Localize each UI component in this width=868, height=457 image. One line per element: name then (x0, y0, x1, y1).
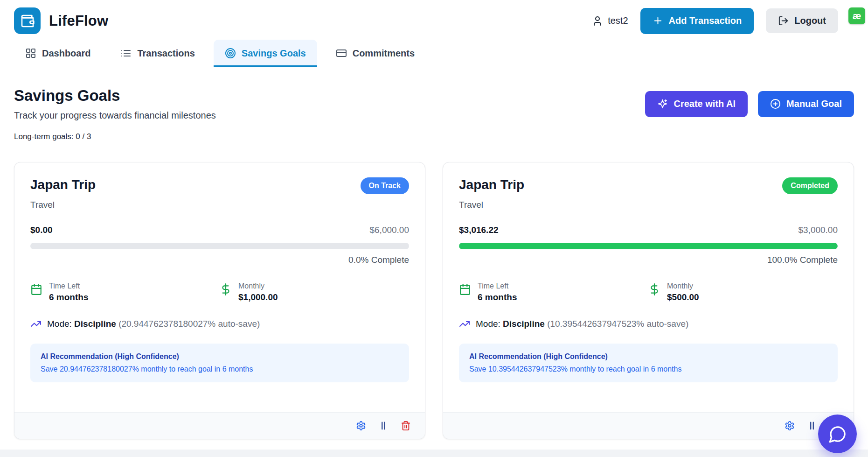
monthly-stat: Monthly $500.00 (648, 282, 838, 302)
log-out-icon (778, 15, 789, 26)
app-title: LifeFlow (49, 13, 108, 29)
app-header: LifeFlow test2 Add Transaction Logout (0, 0, 868, 40)
page-actions: Create with AI Manual Goal (645, 91, 854, 117)
mode-row: Mode: Discipline (20.944762378180027% au… (30, 318, 409, 330)
add-transaction-label: Add Transaction (669, 15, 742, 26)
calendar-icon (30, 283, 42, 295)
monthly-label: Monthly (238, 282, 278, 290)
grid-icon (25, 48, 36, 59)
main-content: Savings Goals Track your progress toward… (0, 87, 868, 439)
page-subtitle: Track your progress towards financial mi… (14, 110, 216, 121)
goal-card-top: Japan Trip On Track (30, 177, 409, 194)
username: test2 (608, 15, 628, 26)
ai-recommendation-panel: AI Recommendation (High Confidence) Save… (30, 344, 409, 382)
goal-delete-button[interactable] (401, 421, 411, 431)
current-amount: $3,016.22 (459, 225, 499, 235)
progress-bar (30, 243, 409, 249)
page-title: Savings Goals (14, 87, 216, 105)
pause-icon (807, 421, 817, 431)
goal-pause-button[interactable] (807, 421, 817, 431)
goal-card: Japan Trip Completed Travel $3,016.22 $3… (443, 162, 854, 439)
create-with-ai-label: Create with AI (674, 98, 736, 109)
monthly-label: Monthly (667, 282, 699, 290)
dollar-icon (648, 283, 660, 295)
calendar-icon (459, 283, 471, 295)
tab-dashboard[interactable]: Dashboard (14, 40, 102, 67)
goal-category: Travel (459, 200, 838, 210)
monthly-stat: Monthly $1,000.00 (220, 282, 409, 302)
plus-icon (653, 15, 663, 26)
chat-widget-button[interactable] (818, 415, 857, 453)
mode-prefix: Mode: (476, 319, 500, 329)
goal-amounts: $3,016.22 $3,000.00 (459, 225, 838, 235)
monthly-value: $500.00 (667, 292, 699, 302)
tab-label: Dashboard (42, 48, 90, 59)
user-menu[interactable]: test2 (592, 15, 628, 27)
tab-label: Transactions (137, 48, 194, 59)
gear-icon (356, 421, 366, 431)
goal-stats: Time Left 6 months Monthly $1,000.00 (30, 282, 409, 302)
goal-card-top: Japan Trip Completed (459, 177, 838, 194)
add-transaction-button[interactable]: Add Transaction (640, 8, 754, 34)
mode-name: Discipline (503, 319, 545, 329)
monthly-value: $1,000.00 (238, 292, 278, 302)
mode-detail: (20.944762378180027% auto-save) (118, 319, 260, 329)
mode-prefix: Mode: (47, 319, 72, 329)
chat-bubble-icon (828, 425, 847, 443)
tab-savings-goals[interactable]: Savings Goals (214, 40, 317, 67)
app-logo (14, 7, 41, 34)
current-amount: $0.00 (30, 225, 53, 235)
manual-goal-button[interactable]: Manual Goal (758, 91, 854, 117)
list-icon (120, 48, 132, 59)
progress-fill (459, 243, 838, 249)
mode-name: Discipline (74, 319, 116, 329)
progress-label: 0.0% Complete (30, 255, 409, 265)
ai-recommendation-title: AI Recommendation (High Confidence) (469, 352, 827, 361)
create-with-ai-button[interactable]: Create with AI (645, 91, 748, 117)
brand: LifeFlow (14, 7, 108, 34)
status-badge: On Track (361, 177, 409, 194)
tab-label: Commitments (353, 48, 415, 59)
target-amount: $3,000.00 (798, 225, 838, 235)
goal-settings-button[interactable] (356, 421, 366, 431)
tab-commitments[interactable]: Commitments (325, 40, 426, 67)
time-left-label: Time Left (49, 282, 88, 290)
goal-card-footer (14, 412, 425, 439)
goal-pause-button[interactable] (378, 421, 389, 431)
extension-badge[interactable]: æ (848, 7, 865, 24)
plus-circle-icon (770, 98, 781, 109)
progress-label: 100.0% Complete (459, 255, 838, 265)
ai-recommendation-title: AI Recommendation (High Confidence) (41, 352, 399, 361)
trending-up-icon (30, 318, 42, 330)
goal-amounts: $0.00 $6,000.00 (30, 225, 409, 235)
status-badge: Completed (782, 177, 838, 194)
manual-goal-label: Manual Goal (786, 98, 842, 109)
target-icon (225, 48, 236, 59)
tab-label: Savings Goals (242, 48, 306, 59)
tab-transactions[interactable]: Transactions (109, 40, 206, 67)
goal-card-body: Japan Trip Completed Travel $3,016.22 $3… (443, 162, 854, 412)
pause-icon (378, 421, 389, 431)
trash-icon (401, 421, 411, 431)
logout-button[interactable]: Logout (766, 8, 838, 33)
ai-recommendation-text: Save 10.395442637947523% monthly to reac… (469, 365, 827, 373)
trending-up-icon (459, 318, 470, 330)
ai-recommendation-panel: AI Recommendation (High Confidence) Save… (459, 344, 838, 382)
goal-name: Japan Trip (459, 177, 524, 192)
goal-stats: Time Left 6 months Monthly $500.00 (459, 282, 838, 302)
wallet-icon (20, 14, 35, 28)
time-left-label: Time Left (478, 282, 517, 290)
credit-card-icon (336, 48, 347, 59)
user-icon (592, 15, 603, 27)
goal-card: Japan Trip On Track Travel $0.00 $6,000.… (14, 162, 425, 439)
header-actions: test2 Add Transaction Logout (592, 8, 854, 34)
page-bottom-strip (0, 450, 868, 457)
progress-bar (459, 243, 838, 249)
page-head-text: Savings Goals Track your progress toward… (14, 87, 216, 121)
goal-settings-button[interactable] (785, 421, 795, 431)
ai-recommendation-text: Save 20.944762378180027% monthly to reac… (41, 365, 399, 373)
goal-card-body: Japan Trip On Track Travel $0.00 $6,000.… (14, 162, 425, 412)
mode-detail: (10.395442637947523% auto-save) (547, 319, 688, 329)
page-head: Savings Goals Track your progress toward… (14, 87, 854, 121)
time-left-stat: Time Left 6 months (30, 282, 220, 302)
